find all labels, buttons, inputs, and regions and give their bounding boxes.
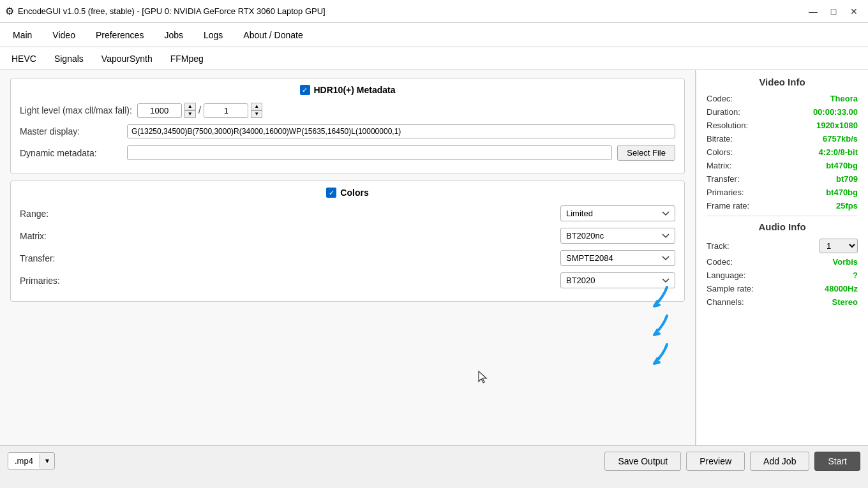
range-row: Range: Limited Full bbox=[20, 205, 675, 221]
start-button[interactable]: Start bbox=[814, 452, 860, 471]
master-display-label: Master display: bbox=[20, 126, 122, 137]
maximize-button[interactable]: □ bbox=[825, 4, 842, 19]
matrix-label: Matrix: bbox=[20, 231, 84, 241]
hdr-title: HDR10(+) Metadata bbox=[314, 85, 396, 95]
light-level-input1[interactable] bbox=[137, 103, 182, 118]
colors-section: ✓ Colors Range: Limited Full Matrix: bbox=[10, 181, 685, 302]
video-resolution-row: Resolution: 1920x1080 bbox=[707, 121, 858, 130]
menu-main[interactable]: Main bbox=[3, 26, 42, 44]
master-display-row: Master display: bbox=[20, 124, 675, 138]
tab-vapoursynth[interactable]: VapourSynth bbox=[93, 50, 161, 67]
dynamic-metadata-row: Dynamic metadata: Select File bbox=[20, 145, 675, 161]
audio-track-label: Track: bbox=[707, 241, 730, 251]
matrix-select[interactable]: BT2020nc BT709 BT601 bbox=[560, 228, 675, 244]
master-display-input[interactable] bbox=[127, 124, 675, 138]
video-framerate-row: Frame rate: 25fps bbox=[707, 201, 858, 211]
spinner-up-1[interactable]: ▲ bbox=[184, 103, 196, 110]
light-level-input2[interactable] bbox=[204, 103, 248, 118]
menu-about-donate[interactable]: About / Donate bbox=[233, 26, 313, 44]
spinner-buttons-2: ▲ ▼ bbox=[251, 103, 262, 118]
hdr-section: ✓ HDR10(+) Metadata Light level (max cll… bbox=[10, 78, 685, 174]
format-value: .mp4 bbox=[8, 453, 40, 469]
audio-samplerate-row: Sample rate: 48000Hz bbox=[707, 284, 858, 293]
tab-signals[interactable]: Signals bbox=[45, 50, 93, 67]
audio-codec-row: Codec: Vorbis bbox=[707, 257, 858, 267]
audio-samplerate-value: 48000Hz bbox=[825, 284, 858, 293]
video-primaries-value: bt470bg bbox=[826, 188, 858, 197]
video-primaries-label: Primaries: bbox=[707, 188, 744, 197]
transfer-label: Transfer: bbox=[20, 253, 84, 263]
video-matrix-value: bt470bg bbox=[826, 161, 858, 170]
sub-menu-bar: HEVC Signals VapourSynth FFMpeg bbox=[0, 47, 868, 70]
colors-checkbox[interactable]: ✓ bbox=[326, 188, 336, 198]
menu-jobs[interactable]: Jobs bbox=[154, 26, 193, 44]
left-panel: ✓ HDR10(+) Metadata Light level (max cll… bbox=[0, 70, 696, 457]
video-primaries-row: Primaries: bt470bg bbox=[707, 188, 858, 197]
range-label: Range: bbox=[20, 209, 84, 219]
video-resolution-label: Resolution: bbox=[707, 121, 748, 130]
light-level-spinner-group: ▲ ▼ / ▲ ▼ bbox=[137, 103, 262, 118]
range-select[interactable]: Limited Full bbox=[560, 205, 675, 221]
select-file-button[interactable]: Select File bbox=[617, 145, 675, 161]
video-matrix-label: Matrix: bbox=[707, 161, 731, 170]
colors-title: Colors bbox=[340, 188, 368, 198]
audio-channels-row: Channels: Stereo bbox=[707, 297, 858, 307]
audio-codec-label: Codec: bbox=[707, 257, 733, 267]
audio-codec-value: Vorbis bbox=[833, 257, 858, 267]
video-colors-row: Colors: 4:2:0/8-bit bbox=[707, 147, 858, 157]
spinner-buttons-1: ▲ ▼ bbox=[184, 103, 196, 118]
audio-language-value: ? bbox=[853, 270, 858, 280]
matrix-row: Matrix: BT2020nc BT709 BT601 bbox=[20, 228, 675, 244]
video-transfer-row: Transfer: bt709 bbox=[707, 174, 858, 184]
video-transfer-label: Transfer: bbox=[707, 174, 740, 184]
format-group: .mp4 ▼ bbox=[8, 452, 55, 470]
menu-bar: Main Video Preferences Jobs Logs About /… bbox=[0, 23, 868, 47]
preview-button[interactable]: Preview bbox=[686, 452, 745, 471]
spinner-up-2[interactable]: ▲ bbox=[251, 103, 262, 110]
tab-hevc[interactable]: HEVC bbox=[3, 50, 45, 67]
audio-channels-label: Channels: bbox=[707, 297, 744, 307]
video-bitrate-label: Bitrate: bbox=[707, 134, 733, 144]
video-bitrate-value: 6757kb/s bbox=[823, 134, 858, 144]
video-colors-value: 4:2:0/8-bit bbox=[819, 147, 858, 157]
format-dropdown-arrow[interactable]: ▼ bbox=[40, 454, 54, 468]
tab-ffmpeg[interactable]: FFMpeg bbox=[161, 50, 213, 67]
menu-video[interactable]: Video bbox=[42, 26, 86, 44]
primaries-row: Primaries: BT2020 BT709 BT601 bbox=[20, 272, 675, 288]
save-output-button[interactable]: Save Output bbox=[604, 452, 681, 471]
audio-info-header: Audio Info bbox=[707, 221, 858, 232]
menu-logs[interactable]: Logs bbox=[193, 26, 233, 44]
video-duration-value: 00:00:33.00 bbox=[813, 107, 858, 117]
spinner-down-2[interactable]: ▼ bbox=[251, 110, 262, 118]
title-bar: ⚙ EncodeGUI v1.0.5 (free, stable) - [GPU… bbox=[0, 0, 868, 23]
bottom-bar: .mp4 ▼ Save Output Preview Add Job Start bbox=[0, 445, 868, 476]
light-level-label: Light level (max cll/max fall): bbox=[20, 105, 132, 115]
video-colors-label: Colors: bbox=[707, 147, 733, 157]
dynamic-metadata-input[interactable] bbox=[127, 145, 612, 160]
video-matrix-row: Matrix: bt470bg bbox=[707, 161, 858, 170]
video-info-header: Video Info bbox=[707, 77, 858, 87]
video-duration-row: Duration: 00:00:33.00 bbox=[707, 107, 858, 117]
right-panel: Video Info Codec: Theora Duration: 00:00… bbox=[696, 70, 868, 457]
app-icon: ⚙ bbox=[5, 5, 14, 17]
video-transfer-value: bt709 bbox=[836, 174, 858, 184]
menu-preferences[interactable]: Preferences bbox=[86, 26, 154, 44]
video-codec-value: Theora bbox=[830, 94, 858, 103]
add-job-button[interactable]: Add Job bbox=[750, 452, 809, 471]
video-codec-row: Codec: Theora bbox=[707, 94, 858, 103]
primaries-select[interactable]: BT2020 BT709 BT601 bbox=[560, 272, 675, 288]
transfer-select[interactable]: SMPTE2084 BT709 BT601 bbox=[560, 250, 675, 266]
minimize-button[interactable]: — bbox=[804, 4, 822, 19]
info-divider bbox=[707, 216, 858, 216]
audio-track-select[interactable]: 1 bbox=[819, 239, 858, 253]
audio-samplerate-label: Sample rate: bbox=[707, 284, 754, 293]
hdr-checkbox[interactable]: ✓ bbox=[300, 85, 310, 95]
audio-language-row: Language: ? bbox=[707, 270, 858, 280]
spinner-down-1[interactable]: ▼ bbox=[184, 110, 196, 118]
video-bitrate-row: Bitrate: 6757kb/s bbox=[707, 134, 858, 144]
main-content: ✓ HDR10(+) Metadata Light level (max cll… bbox=[0, 70, 868, 457]
video-resolution-value: 1920x1080 bbox=[816, 121, 858, 130]
dynamic-metadata-label: Dynamic metadata: bbox=[20, 148, 122, 158]
video-framerate-value: 25fps bbox=[836, 201, 858, 211]
close-button[interactable]: ✕ bbox=[845, 4, 863, 19]
